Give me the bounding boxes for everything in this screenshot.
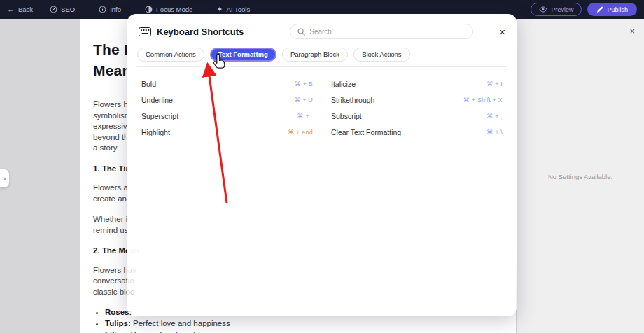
tab-common-actions[interactable]: Common Actions (137, 48, 204, 62)
topbar-item-label: Info (110, 6, 121, 13)
back-button[interactable]: ← Back (7, 6, 33, 13)
topbar-item-seo[interactable]: SEO (50, 6, 75, 13)
publish-button[interactable]: Publish (587, 3, 637, 16)
topbar-item-label: AI Tools (227, 6, 251, 13)
preview-label: Preview (551, 6, 573, 13)
list-item: Lilies: Renewal and purity (105, 329, 485, 333)
sparkle-icon: ✦ (216, 6, 223, 13)
shortcut-row: Superscript ⌘ + . (141, 108, 313, 124)
contrast-icon (145, 6, 153, 13)
no-settings-text: No Settings Available. (517, 173, 644, 180)
expand-panel-handle[interactable]: › (0, 169, 9, 187)
topbar-item-focus-mode[interactable]: Focus Mode (145, 6, 192, 13)
bullet-term: Lilies: (105, 330, 128, 333)
search-box[interactable] (290, 24, 473, 39)
modal-title: Keyboard Shortcuts (157, 27, 244, 37)
shortcut-keys: ⌘ + \ (486, 129, 503, 136)
tab-paragraph-block[interactable]: Paragraph Block (282, 48, 348, 62)
shortcut-keys: ⌘ + , (486, 113, 503, 120)
eye-icon (539, 6, 547, 13)
shortcut-row: Underline ⌘ + U (141, 92, 313, 108)
settings-panel: × No Settings Available. (516, 19, 644, 333)
topbar-actions: Preview Publish (531, 3, 637, 16)
shortcut-label: Clear Text Formatting (331, 128, 401, 136)
panel-close-icon[interactable]: × (629, 27, 635, 36)
shortcuts-grid: Bold ⌘ + B Italicize ⌘ + I Underline ⌘ +… (127, 67, 517, 140)
tab-block-actions[interactable]: Block Actions (354, 48, 410, 62)
shortcut-keys: ⌘ + Shift + X (463, 97, 503, 104)
modal-header: Keyboard Shortcuts × (127, 14, 517, 45)
keyboard-shortcuts-modal: Keyboard Shortcuts × Common Actions Text… (127, 14, 517, 316)
shortcut-label: Bold (141, 80, 156, 88)
topbar-item-ai-tools[interactable]: ✦ AI Tools (216, 6, 250, 13)
pen-icon (596, 6, 603, 13)
back-arrow-icon: ← (7, 6, 15, 13)
shortcut-keys: ⌘ + . (297, 113, 313, 120)
shortcut-label: Subscript (331, 112, 362, 120)
shortcut-row: Italicize ⌘ + I (331, 76, 503, 92)
bullet-term: Tulips: (105, 319, 131, 327)
gauge-icon (50, 6, 57, 13)
shortcut-label: Superscript (141, 112, 178, 120)
info-icon (99, 6, 106, 13)
shortcut-keys: ⌘ + I (486, 80, 503, 87)
topbar-item-label: Focus Mode (156, 6, 192, 13)
search-icon (298, 28, 305, 36)
publish-label: Publish (607, 6, 628, 13)
topbar-item-label: SEO (61, 6, 75, 13)
topbar-item-info[interactable]: Info (99, 6, 121, 13)
shortcut-row: Bold ⌘ + B (141, 76, 313, 92)
shortcut-keys: ⌘ + end (288, 129, 313, 136)
search-input[interactable] (309, 24, 472, 38)
shortcut-row: Subscript ⌘ + , (331, 108, 503, 124)
list-item: Tulips: Perfect love and happiness (105, 318, 485, 329)
preview-button[interactable]: Preview (531, 3, 582, 16)
shortcut-label: Italicize (331, 80, 356, 88)
modal-close-icon[interactable]: × (499, 27, 505, 37)
tab-text-formatting[interactable]: Text Formatting (210, 48, 276, 62)
shortcut-label: Underline (141, 96, 173, 104)
modal-tabs: Common Actions Text Formatting Paragraph… (137, 45, 507, 67)
shortcut-keys: ⌘ + B (295, 80, 313, 87)
shortcut-label: Strikethrough (331, 96, 374, 104)
shortcut-keys: ⌘ + U (294, 97, 313, 104)
shortcut-label: Highlight (141, 128, 170, 136)
keyboard-icon (139, 27, 151, 36)
bullet-text: Perfect love and happiness (131, 319, 230, 327)
bullet-text: Renewal and purity (128, 330, 200, 333)
shortcut-row: Highlight ⌘ + end (141, 124, 313, 140)
shortcut-row: Strikethrough ⌘ + Shift + X (331, 92, 503, 108)
chevron-right-icon: › (4, 174, 6, 183)
shortcut-row: Clear Text Formatting ⌘ + \ (331, 124, 503, 140)
back-label: Back (18, 6, 33, 13)
